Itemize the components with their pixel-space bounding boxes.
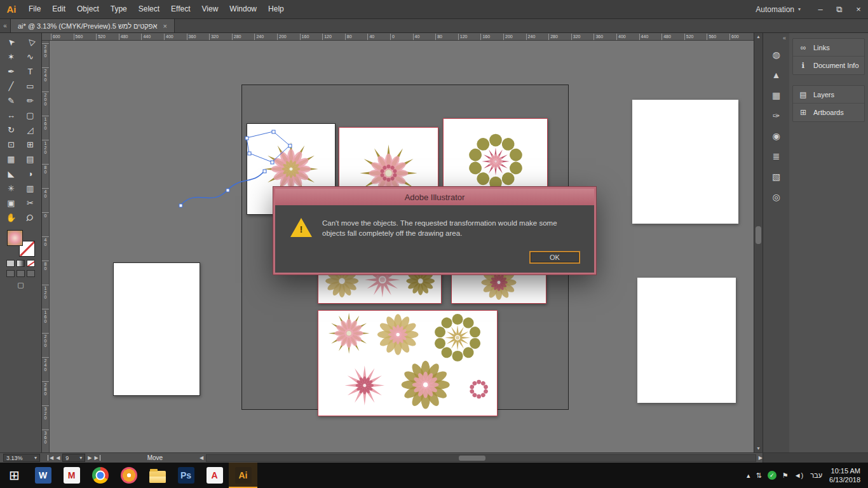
scroll-down-icon[interactable]: ▼ <box>756 445 761 452</box>
screen-mode-button[interactable]: ▢ <box>17 281 24 289</box>
color-button[interactable] <box>6 260 15 267</box>
rotate-tool[interactable]: ↻ <box>2 123 21 137</box>
draw-inside-button[interactable] <box>27 270 35 277</box>
close-button[interactable]: × <box>849 0 868 18</box>
draw-normal-button[interactable] <box>6 270 15 277</box>
hand-tool[interactable]: ✋ <box>2 210 21 225</box>
blend-tool[interactable]: ◑ <box>21 166 40 181</box>
minimize-button[interactable]: – <box>811 0 830 18</box>
first-artboard-button[interactable]: ◀ <box>48 455 53 461</box>
appearance-panel-icon[interactable]: ≣ <box>768 148 785 165</box>
network-icon[interactable]: ⇅ <box>756 471 762 480</box>
document-tab[interactable]: אפקטים למש 5.ai* @ 3.13% (CMYK/Preview) … <box>10 19 175 32</box>
gradient-tool[interactable]: ▤ <box>21 152 40 166</box>
pencil-tool[interactable]: ✏ <box>21 93 40 108</box>
artboard-9[interactable] <box>637 278 736 403</box>
perspective-grid-tool[interactable]: ⊞ <box>21 137 40 152</box>
menu-select[interactable]: Select <box>133 0 165 18</box>
links-button[interactable]: ∞Links <box>793 39 864 57</box>
taskbar-explorer[interactable] <box>143 463 172 488</box>
taskbar-acrobat[interactable]: A <box>200 463 229 488</box>
previous-artboard-button[interactable]: ◀ <box>56 455 60 461</box>
draw-behind-button[interactable] <box>17 270 25 277</box>
magic-wand-tool[interactable]: ✶ <box>2 50 21 64</box>
restore-button[interactable]: ⧉ <box>830 0 849 18</box>
menu-window[interactable]: Window <box>224 0 262 18</box>
scroll-left-icon[interactable]: ◀ <box>200 455 203 461</box>
layers-button[interactable]: ▤Layers <box>793 86 864 104</box>
artboard-tool[interactable]: ▣ <box>2 196 21 210</box>
eyedropper-tool[interactable]: ◣ <box>2 166 21 181</box>
rectangle-tool[interactable]: ▭ <box>21 79 40 93</box>
shape-builder-tool[interactable]: ⊡ <box>2 137 21 152</box>
horizontal-scroll-thumb[interactable] <box>459 456 485 461</box>
slice-tool[interactable]: ✂ <box>21 196 40 210</box>
menu-object[interactable]: Object <box>71 0 105 18</box>
perspective-panel-icon[interactable]: ▲ <box>768 67 785 83</box>
menu-file[interactable]: File <box>23 0 46 18</box>
artboard-navigation-field[interactable]: 9 ▾ <box>62 454 85 462</box>
menu-view[interactable]: View <box>196 0 224 18</box>
flag-icon[interactable]: ⚑ <box>782 471 789 480</box>
artboard-8[interactable] <box>632 100 738 224</box>
artboard-7[interactable] <box>113 262 200 396</box>
taskbar-photo-app[interactable] <box>114 463 143 488</box>
direct-selection-tool[interactable]: ▷ <box>21 35 40 50</box>
workspace-switcher[interactable]: Automation ▾ <box>745 5 811 14</box>
start-button[interactable]: ⊞ <box>0 463 29 488</box>
lasso-tool[interactable]: ∿ <box>21 50 40 64</box>
tab-scroll-left-icon[interactable]: « <box>0 19 10 32</box>
taskbar-illustrator[interactable]: Ai <box>229 463 257 488</box>
canvas[interactable]: 2 8 02 4 02 0 01 6 01 2 08 04 004 08 01 … <box>42 41 754 452</box>
artboards-button[interactable]: ⊞Artboards <box>793 104 864 121</box>
transform-panel-icon[interactable]: ▦ <box>768 87 785 104</box>
taskbar-photoshop[interactable]: Ps <box>172 463 200 488</box>
vertical-scrollbar[interactable]: ▲ ▼ <box>754 33 763 452</box>
taskbar-word[interactable]: W <box>29 463 57 488</box>
pen-tool[interactable]: ✒ <box>2 64 21 79</box>
volume-icon[interactable]: ◄) <box>794 471 804 479</box>
scale-tool[interactable]: ◿ <box>21 123 40 137</box>
gradient-button[interactable] <box>17 260 25 267</box>
menu-edit[interactable]: Edit <box>46 0 71 18</box>
taskbar-chrome[interactable] <box>86 463 114 488</box>
zoom-control[interactable]: 3.13% ▾ <box>3 454 40 462</box>
language-indicator[interactable]: עבר <box>810 471 822 479</box>
selection-tool[interactable]: ➤ <box>2 35 21 50</box>
menu-effect[interactable]: Effect <box>165 0 196 18</box>
symbols-panel-icon[interactable]: ◎ <box>768 189 785 205</box>
menu-type[interactable]: Type <box>105 0 133 18</box>
artboard-6[interactable] <box>318 310 498 416</box>
security-check-icon[interactable]: ✓ <box>768 471 776 480</box>
gradient-panel-icon[interactable]: ▧ <box>768 168 785 185</box>
document-info-button[interactable]: ℹDocument Info <box>793 57 864 74</box>
menu-help[interactable]: Help <box>262 0 290 18</box>
brushes-panel-icon[interactable]: ✑ <box>768 107 785 124</box>
hidden-icons-button[interactable]: ▴ <box>747 471 750 480</box>
paintbrush-tool[interactable]: ✎ <box>2 93 21 108</box>
tab-close-icon[interactable]: × <box>163 22 166 30</box>
mesh-tool[interactable]: ▦ <box>2 152 21 166</box>
width-tool[interactable]: ↔ <box>2 108 21 123</box>
collapse-panels-icon[interactable]: « <box>783 35 786 43</box>
swatches-panel-icon[interactable]: ◉ <box>768 128 785 144</box>
none-button[interactable] <box>27 260 35 267</box>
zoom-tool[interactable]: Ϙ <box>21 210 40 225</box>
vertical-scroll-thumb[interactable] <box>756 226 761 244</box>
scroll-up-icon[interactable]: ▲ <box>756 33 761 41</box>
horizontal-scrollbar[interactable] <box>206 454 756 462</box>
color-guide-panel-icon[interactable]: ◍ <box>768 46 785 63</box>
fill-swatch[interactable] <box>7 230 23 246</box>
free-transform-tool[interactable]: ▢ <box>21 108 40 123</box>
next-artboard-button[interactable]: ▶ <box>88 455 92 461</box>
artboard-5[interactable] <box>451 273 546 304</box>
dialog-titlebar[interactable]: Adobe Illustrator <box>275 189 594 205</box>
type-tool[interactable]: T <box>21 64 40 79</box>
taskbar-mail[interactable]: M <box>57 463 86 488</box>
clock[interactable]: 10:15 AM 6/13/2018 <box>829 466 860 485</box>
line-segment-tool[interactable]: ╱ <box>2 79 21 93</box>
column-graph-tool[interactable]: ▥ <box>21 181 40 196</box>
last-artboard-button[interactable]: ▶ <box>94 455 100 461</box>
symbol-sprayer-tool[interactable]: ✳ <box>2 181 21 196</box>
ok-button[interactable]: OK <box>529 251 580 264</box>
